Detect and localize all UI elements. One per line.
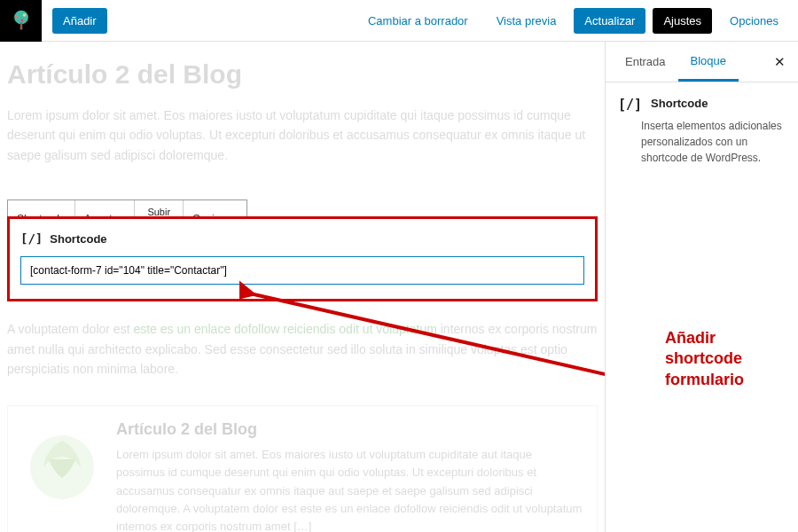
tab-entry[interactable]: Entrada (613, 42, 678, 82)
callout-line-2: shortcode (665, 348, 789, 369)
related-post-card: Artículo 2 del Blog Lorem ipsum dolor si… (7, 405, 598, 532)
post-card-body: Artículo 2 del Blog Lorem ipsum dolor si… (116, 420, 583, 532)
update-button[interactable]: Actualizar (574, 8, 645, 34)
shortcode-block-header: [/] Shortcode (20, 231, 584, 246)
tree-icon (9, 8, 34, 33)
editor-main: Artículo 2 del Blog Lorem ipsum dolor si… (0, 42, 798, 532)
options-button[interactable]: Opciones (719, 8, 789, 34)
callout-line-3: formulario (665, 370, 789, 390)
annotation-callout: Añadir shortcode formulario (665, 328, 789, 390)
svg-point-2 (22, 13, 26, 17)
paragraph-block[interactable]: Lorem ipsum dolor sit amet. Eos maiores … (7, 106, 598, 165)
lettuce-icon (22, 425, 102, 505)
shortcode-input[interactable] (20, 256, 584, 285)
site-logo[interactable] (0, 0, 42, 42)
topbar-right-actions: Cambiar a borrador Vista previa Actualiz… (357, 8, 798, 34)
editor-topbar: Añadir Cambiar a borrador Vista previa A… (0, 0, 798, 42)
block-info-row: [/] Shortcode (618, 97, 786, 113)
dofollow-link[interactable]: este es un enlace dofollow reiciendis od… (133, 322, 436, 336)
svg-point-1 (15, 15, 19, 19)
shortcode-block-label: Shortcode (50, 232, 106, 246)
svg-rect-4 (20, 23, 22, 30)
post-card-excerpt: Lorem ipsum dolor sit amet. Eos maiores … (116, 446, 583, 532)
shortcode-icon: [/] (618, 97, 642, 113)
block-info-description: Inserta elementos adicionales personaliz… (618, 118, 786, 166)
post-card-title[interactable]: Artículo 2 del Blog (116, 420, 583, 439)
svg-point-3 (20, 19, 24, 22)
post-title[interactable]: Artículo 2 del Blog (7, 59, 598, 90)
p2-pre: A voluptatem dolor est (7, 322, 133, 336)
preview-button[interactable]: Vista previa (486, 8, 567, 34)
close-icon: ✕ (774, 54, 786, 69)
post-thumbnail (22, 420, 102, 509)
tab-block[interactable]: Bloque (678, 42, 739, 82)
callout-line-1: Añadir (665, 328, 789, 348)
editor-canvas: Artículo 2 del Blog Lorem ipsum dolor si… (0, 42, 605, 532)
switch-to-draft-button[interactable]: Cambiar a borrador (357, 8, 479, 34)
settings-sidebar: Entrada Bloque ✕ [/] Shortcode Inserta e… (605, 42, 798, 532)
paragraph-block-2[interactable]: A voluptatem dolor est este es un enlace… (7, 319, 598, 379)
settings-button[interactable]: Ajustes (653, 8, 712, 34)
block-info-name: Shortcode (651, 97, 708, 110)
add-block-button[interactable]: Añadir (52, 8, 107, 34)
shortcode-icon: [/] (20, 231, 43, 246)
sidebar-body: [/] Shortcode Inserta elementos adiciona… (606, 82, 798, 180)
shortcode-block[interactable]: [/] Shortcode (7, 216, 598, 301)
sidebar-tabs: Entrada Bloque ✕ (606, 42, 798, 82)
close-sidebar-button[interactable]: ✕ (769, 54, 791, 70)
